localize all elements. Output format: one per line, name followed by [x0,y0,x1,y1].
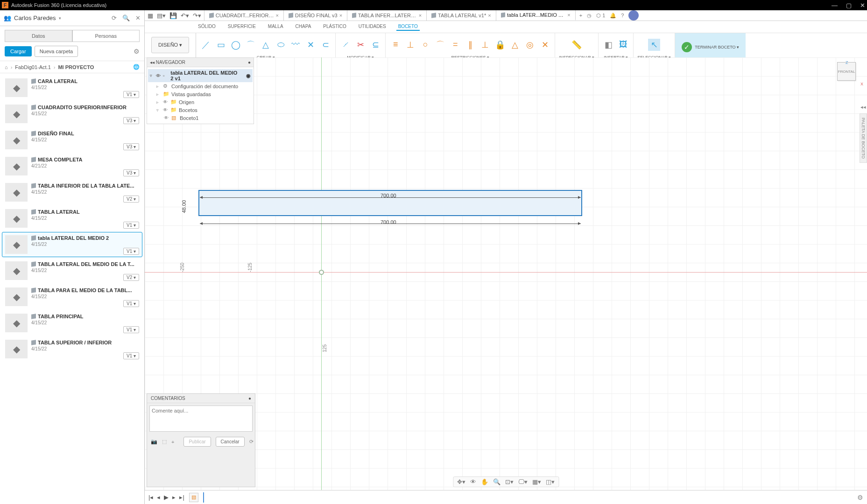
close-tab-icon[interactable]: × [567,12,570,18]
version-dropdown[interactable]: V3 ▾ [123,143,139,150]
browser-bocetos[interactable]: Bocetos [179,107,197,113]
finish-sketch-button[interactable]: ✓ TERMINAR BOCETO ▾ [675,33,746,61]
comments-toggle-icon[interactable]: ● [248,396,251,401]
trim-tool-icon[interactable]: ✂ [354,39,367,51]
viewcube[interactable]: Z FRONTAL X [837,62,860,85]
look-icon[interactable]: 👁 [470,478,476,485]
ribbon-tab[interactable]: PLÁSTICO [321,23,348,31]
dimension-value-top[interactable]: 700.00 [381,193,396,198]
collapse-icon[interactable]: ◂◂ [150,60,155,65]
polygon-tool-icon[interactable]: △ [260,39,272,51]
insert-derive-icon[interactable]: ◧ [602,39,614,51]
browser-root[interactable]: tabla LATERAL DEL MEDIO 2 v1 [170,70,241,81]
asset-item[interactable]: ◆ TABLA LATERAL 4/15/22 V1 ▾ [2,206,142,231]
browser-origen[interactable]: Origen [179,99,194,105]
fix-constraint-icon[interactable]: 🔒 [494,39,506,51]
grid-display-icon[interactable]: ▦▾ [532,478,541,485]
document-tab[interactable]: DISEÑO FINAL v3× [284,10,347,21]
display-icon[interactable]: 🖵▾ [518,478,528,485]
timeline-end-icon[interactable]: ▸| [179,494,184,501]
plus-icon[interactable]: + [171,439,174,445]
version-dropdown[interactable]: V1 ▾ [123,91,139,98]
version-dropdown[interactable]: V1 ▾ [123,326,139,333]
document-tab[interactable]: CUADRADIT...FERIOR v3× [204,10,284,21]
timeline-play-icon[interactable]: ▶ [164,494,169,501]
upload-button[interactable]: Cargar [5,46,32,56]
asset-item[interactable]: ◆ MESA COMPLETA 4/21/22 V3 ▾ [2,154,142,179]
avatar[interactable] [628,10,639,21]
jobs-icon[interactable]: 🔔 [610,13,616,19]
cube-icon[interactable]: ⬚ [162,439,167,445]
timeline-settings-icon[interactable]: ⚙ [857,494,863,501]
vertical-constraint-icon[interactable]: ⊥ [404,39,416,51]
palette-expand-icon[interactable]: ◂◂ [860,104,866,110]
pan-icon[interactable]: ✋ [481,478,488,485]
cancel-button[interactable]: Cancelar [216,437,245,447]
timeline-back-icon[interactable]: ◂ [157,494,160,501]
asset-item[interactable]: ◆ CARA LATERAL 4/15/22 V1 ▾ [2,75,142,100]
minimize-button[interactable]: — [832,2,838,9]
undo-icon[interactable]: ↶▾ [181,12,189,19]
timeline-start-icon[interactable]: |◂ [148,494,153,501]
dimension-value-height[interactable]: 48.00 [181,200,187,213]
document-tab[interactable]: tabla LATER...MEDIO 2 v1*× [496,10,576,21]
version-dropdown[interactable]: V1 ▾ [123,222,139,229]
version-dropdown[interactable]: V3 ▾ [123,117,139,124]
version-dropdown[interactable]: V2 ▾ [123,196,139,203]
point-tool-icon[interactable]: ✕ [304,39,317,51]
ribbon-tab[interactable]: SÓLIDO [196,23,218,31]
fit-icon[interactable]: ⊡▾ [505,478,514,485]
asset-item[interactable]: ◆ tabla LATERAL DEL MEDIO 2 4/15/22 V1 ▾ [2,232,142,257]
team-dropdown[interactable]: 👥 Carlos Paredes ▾ [4,14,61,21]
arc-tool-icon[interactable]: ⌒ [245,39,257,51]
workspace-switcher[interactable]: DISEÑO ▾ [151,37,189,53]
slot-tool-icon[interactable]: ⬭ [275,39,287,51]
help-icon[interactable]: ? [621,13,624,18]
equal-constraint-icon[interactable]: = [449,39,461,51]
version-dropdown[interactable]: V3 ▾ [123,169,139,176]
breadcrumb-project[interactable]: FabDig01-Act.1 [15,64,50,70]
asset-item[interactable]: ◆ TABLA PARA EL MEDIO DE LA TABL... 4/15… [2,284,142,309]
ribbon-tab[interactable]: CHAPA [294,23,313,31]
close-tab-icon[interactable]: × [339,13,342,18]
midpoint-constraint-icon[interactable]: △ [509,39,521,51]
origin-point[interactable] [319,270,324,275]
timeline-marker[interactable] [203,492,204,503]
close-tab-icon[interactable]: × [488,13,491,18]
tangent-constraint-icon[interactable]: ⌒ [434,39,446,51]
concentric-constraint-icon[interactable]: ◎ [524,39,536,51]
version-dropdown[interactable]: V1 ▾ [123,352,139,359]
new-tab-button[interactable]: + [579,13,582,18]
file-menu-icon[interactable]: ▤▾ [157,12,166,19]
grid-icon[interactable]: ▦ [148,12,153,19]
ribbon-tab[interactable]: UTILIDADES [357,23,388,31]
asset-item[interactable]: ◆ TABLA LATERAL DEL MEDIO DE LA T... 4/1… [2,258,142,283]
maximize-button[interactable]: ▢ [846,2,852,9]
horizontal-constraint-icon[interactable]: ≡ [389,39,402,51]
version-dropdown[interactable]: V2 ▾ [123,274,139,281]
coincident-constraint-icon[interactable]: ○ [419,39,431,51]
search-icon[interactable]: 🔍 [122,14,130,21]
browser-boceto1[interactable]: Boceto1 [180,115,198,121]
refresh-icon[interactable]: ⟳ [112,14,117,21]
asset-item[interactable]: ◆ CUADRADITO SUPERIOR/INFERIOR 4/15/22 V… [2,101,142,126]
close-tab-icon[interactable]: × [419,13,422,18]
insert-image-icon[interactable]: 🖼 [617,39,629,51]
select-tool-icon[interactable]: ↖ [648,39,660,51]
redo-icon[interactable]: ↷▾ [193,12,201,19]
extend-tool-icon[interactable]: ⊆ [369,39,381,51]
extensions-icon[interactable]: ⬡ 1 [596,13,605,19]
zoom-icon[interactable]: 🔍 [493,478,500,485]
dimension-value-bottom[interactable]: 700.00 [381,219,396,225]
sketch-palette-tab[interactable]: PALETA DE BOCETO [860,113,867,163]
perpendicular-constraint-icon[interactable]: ⊥ [479,39,491,51]
close-button[interactable]: ✕ [860,2,865,9]
asset-item[interactable]: ◆ DISEÑO FINAL 4/15/22 V3 ▾ [2,127,142,153]
browser-vistas[interactable]: Vistas guardadas [171,91,211,97]
gear-icon[interactable]: ⚙ [134,48,140,55]
circle-tool-icon[interactable]: ◯ [230,39,242,51]
tab-personas[interactable]: Personas [72,30,140,42]
rectangle-tool-icon[interactable]: ▭ [215,39,227,51]
timeline-feature-sketch[interactable]: ▧ [189,493,198,502]
orbit-icon[interactable]: ✥▾ [457,478,465,485]
